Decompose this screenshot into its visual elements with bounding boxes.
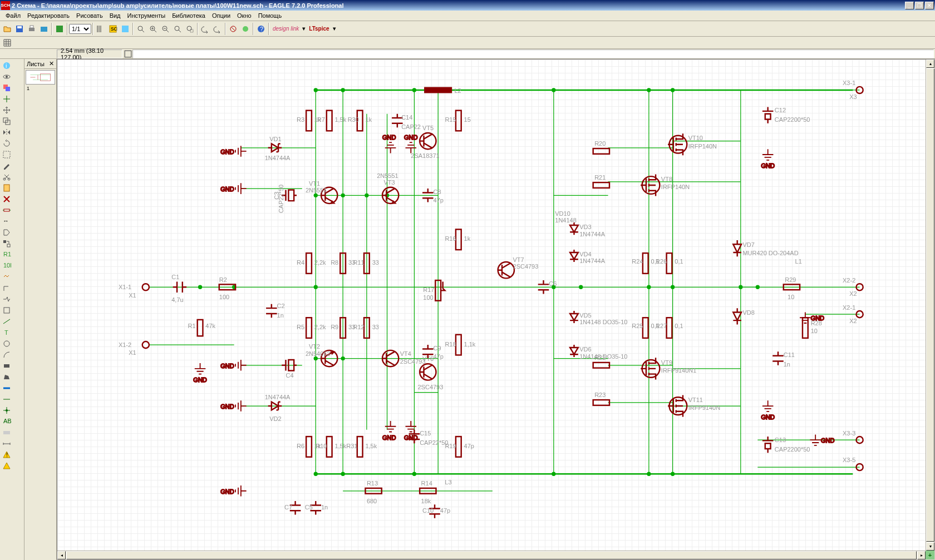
coord-toggle[interactable]	[124, 49, 132, 58]
layer-tool[interactable]	[1, 82, 12, 93]
svg-text:R30: R30	[348, 116, 359, 123]
svg-point-63	[647, 285, 651, 289]
svg-text:X2: X2	[849, 290, 857, 297]
rotate-tool[interactable]	[1, 138, 12, 149]
grid-button[interactable]	[1, 37, 13, 49]
toolbar: 1/1 scr ? design link ▾ LTspice ▾	[0, 21, 935, 37]
svg-text:R10: R10	[316, 443, 327, 449]
polygon-tool[interactable]	[1, 371, 12, 383]
cam-button[interactable]	[38, 23, 50, 35]
svg-text:L1: L1	[795, 258, 802, 265]
svg-point-23	[6, 76, 8, 78]
menu-tools[interactable]: Инструменты	[124, 11, 169, 20]
ltspice-button[interactable]: LTspice	[307, 26, 331, 32]
ulp-button[interactable]	[119, 23, 131, 35]
svg-point-47	[314, 88, 318, 92]
vertical-scrollbar[interactable]: ▴ ▾	[926, 60, 934, 551]
svg-text:IRFP140N: IRFP140N	[661, 184, 690, 190]
add-sheet-button[interactable]: +	[926, 551, 934, 559]
command-input[interactable]	[132, 49, 934, 58]
svg-text:2,2k: 2,2k	[314, 259, 326, 266]
menu-window[interactable]: Окно	[234, 11, 255, 20]
wire-tool[interactable]	[1, 316, 12, 327]
bus-tool[interactable]	[1, 383, 12, 394]
sheet-thumbnail[interactable]	[26, 70, 55, 85]
menu-file[interactable]: Файл	[2, 11, 24, 20]
svg-point-71	[412, 472, 416, 476]
print-button[interactable]	[26, 23, 38, 35]
designlink-button[interactable]: design link	[270, 26, 301, 32]
dimension-tool[interactable]	[1, 438, 12, 449]
use-button[interactable]	[95, 23, 107, 35]
save-button[interactable]	[13, 23, 26, 35]
split-tool[interactable]	[1, 294, 12, 305]
horizontal-scrollbar[interactable]: ◂ ▸	[57, 551, 926, 559]
group-tool[interactable]	[1, 149, 12, 160]
info-tool[interactable]: i	[1, 60, 12, 71]
gateswap-tool[interactable]	[1, 227, 12, 238]
svg-text:CAP2200*50: CAP2200*50	[775, 446, 810, 453]
errors-tool[interactable]	[1, 460, 12, 472]
attribute-tool[interactable]	[1, 427, 12, 438]
svg-text:R1: R1	[188, 323, 196, 329]
schematic-canvas[interactable]: X1-1X1 X1-2X1 X3-1X3 X2-2X2 X2-1X2 X3-3 …	[57, 59, 935, 560]
menu-view[interactable]: Вид	[106, 11, 124, 20]
tool-palette: i ↔ R1 10k T AB !	[0, 59, 24, 560]
undo-button[interactable]	[199, 23, 211, 35]
svg-text:R19: R19	[445, 443, 456, 449]
svg-text:1n: 1n	[277, 312, 284, 319]
open-button[interactable]	[1, 23, 13, 35]
pinswap-tool[interactable]: ↔	[1, 216, 12, 227]
menu-draw[interactable]: Рисовать	[73, 11, 106, 20]
invoke-tool[interactable]	[1, 305, 12, 316]
label-tool[interactable]: AB	[1, 416, 12, 427]
redo-button[interactable]	[211, 23, 224, 35]
menu-options[interactable]: Опции	[209, 11, 234, 20]
replace-tool[interactable]	[1, 238, 12, 249]
zoom-fit-button[interactable]	[135, 23, 147, 35]
move-tool[interactable]	[1, 105, 12, 116]
svg-text:X3-3: X3-3	[843, 430, 855, 437]
cancel-button[interactable]	[227, 23, 239, 35]
text-tool[interactable]: T	[1, 327, 12, 338]
sheet-selector[interactable]: 1/1	[69, 24, 91, 34]
arc-tool[interactable]	[1, 349, 12, 360]
show-tool[interactable]	[1, 71, 12, 82]
rect-tool[interactable]	[1, 360, 12, 371]
sheets-close-icon[interactable]: ✕	[49, 60, 54, 67]
zoom-redraw-button[interactable]	[171, 23, 184, 35]
board-button[interactable]	[53, 23, 66, 35]
go-button[interactable]	[239, 23, 252, 35]
menu-library[interactable]: Библиотека	[169, 11, 209, 20]
cut-tool[interactable]	[1, 171, 12, 182]
script-button[interactable]: scr	[107, 23, 119, 35]
svg-text:CAP22*50: CAP22*50	[420, 439, 448, 446]
change-tool[interactable]	[1, 160, 12, 171]
copy-tool[interactable]	[1, 116, 12, 127]
help-button[interactable]: ?	[255, 23, 267, 35]
svg-text:1N4744A: 1N4744A	[579, 258, 605, 265]
menu-help[interactable]: Помощь	[255, 11, 286, 20]
mark-tool[interactable]	[1, 93, 12, 105]
net-tool[interactable]	[1, 394, 12, 405]
close-button[interactable]: ✕	[925, 2, 934, 9]
value-tool[interactable]: 10k	[1, 260, 12, 271]
erc-tool[interactable]: !	[1, 449, 12, 460]
minimize-button[interactable]: _	[905, 2, 914, 9]
zoom-select-button[interactable]	[184, 23, 196, 35]
svg-text:GND: GND	[220, 148, 234, 155]
circle-tool[interactable]	[1, 338, 12, 349]
maximize-button[interactable]: ❐	[915, 2, 924, 9]
paste-tool[interactable]	[1, 182, 12, 194]
menu-edit[interactable]: Редактировать	[24, 11, 73, 20]
smash-tool[interactable]	[1, 271, 12, 283]
junction-tool[interactable]	[1, 405, 12, 416]
zoom-in-button[interactable]	[147, 23, 159, 35]
delete-tool[interactable]	[1, 194, 12, 205]
mirror-tool[interactable]	[1, 127, 12, 138]
add-tool[interactable]	[1, 205, 12, 216]
svg-rect-25	[6, 87, 10, 91]
miter-tool[interactable]	[1, 283, 12, 294]
name-tool[interactable]: R1	[1, 249, 12, 260]
zoom-out-button[interactable]	[159, 23, 171, 35]
